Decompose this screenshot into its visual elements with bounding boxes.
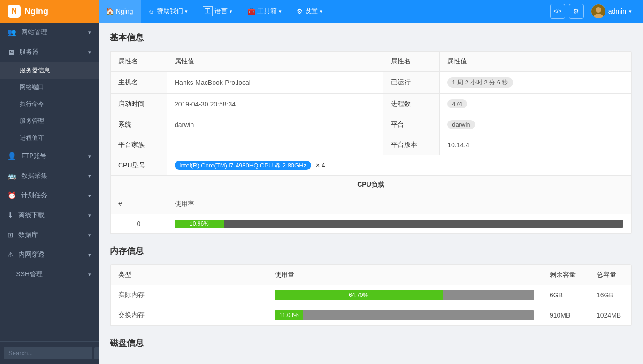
main-content: 基本信息 属性名 属性值 属性名 属性值 主机名 Hanks-MacBook-P… [99, 23, 643, 364]
settings-icon: ⚙ [297, 8, 303, 15]
cpu-core-index: 0 [111, 214, 167, 234]
value-boottime: 2019-04-30 20:58:34 [167, 94, 383, 114]
swap-progress-bar: 11.08% [275, 310, 534, 320]
code-icon: </> [553, 8, 561, 15]
value-platform-family [167, 135, 383, 155]
table-row: 平台家族 平台版本 10.14.4 [111, 135, 631, 155]
code-icon-button[interactable]: </> [550, 4, 565, 19]
mem-remaining-swap: 910MB [542, 305, 589, 326]
mem-usage-swap: 11.08% [267, 305, 542, 326]
ram-usage-text: 64.70% [349, 292, 368, 298]
chevron-down-icon: ▾ [88, 232, 91, 238]
label-system: 系统 [111, 114, 167, 135]
brand-icon: N [8, 5, 21, 18]
label-cpu-model: CPU型号 [111, 155, 167, 176]
chevron-down-icon: ▾ [88, 272, 91, 278]
cpu-usage-text: 10.96% [190, 220, 209, 227]
main-layout: 👥 网站管理 ▾ 🖥 服务器 ▾ 服务器信息 网络端口 执行命令 服务管理 进程… [0, 23, 643, 364]
sidebar-sub-item-process-daemon[interactable]: 进程值守 [0, 129, 99, 146]
value-processes: 474 [440, 94, 631, 114]
admin-button[interactable]: admin ▾ [588, 4, 635, 18]
nav-right-area: </> ⚙ admin ▾ [550, 4, 643, 19]
uptime-badge: 1 周 2 小时 2 分 6 秒 [447, 77, 513, 88]
collapse-button[interactable]: ‹ [94, 347, 99, 359]
chevron-down-icon: ▾ [230, 8, 232, 15]
sidebar-item-offline-dl[interactable]: ⬇ 离线下载 ▾ [0, 205, 99, 225]
sidebar-item-website[interactable]: 👥 网站管理 ▾ [0, 23, 99, 42]
sidebar-sub-item-service-mgr[interactable]: 服务管理 [0, 113, 99, 129]
gear-icon: ⚙ [573, 8, 579, 15]
cpu-load-title: CPU负载 [111, 176, 631, 194]
sidebar-item-scheduled[interactable]: ⏰ 计划任务 ▾ [0, 186, 99, 205]
admin-label: admin [608, 8, 626, 15]
value-system: darwin [167, 114, 383, 135]
nav-item-help[interactable]: ☺ 赞助我们 ▾ [141, 0, 195, 23]
memory-info-section-title: 内存信息 [110, 245, 632, 257]
chevron-down-icon: ▾ [629, 8, 632, 15]
toolbox-icon: 🧰 [247, 8, 255, 15]
sidebar-item-database[interactable]: ⊞ 数据库 ▾ [0, 225, 99, 245]
chevron-down-icon: ▾ [320, 8, 322, 15]
nav-item-tools[interactable]: 🧰 工具箱 ▾ [240, 0, 289, 23]
mem-total-ram: 16GB [589, 285, 631, 305]
sites-icon: 👥 [8, 28, 16, 37]
disk-info-section-title: 磁盘信息 [110, 337, 632, 349]
svg-point-1 [596, 7, 601, 13]
sidebar-sub-item-server-info[interactable]: 服务器信息 [0, 62, 99, 79]
chevron-down-icon: ▾ [279, 8, 282, 15]
swap-usage-text: 11.08% [279, 312, 299, 318]
cpu-model-badge: Intel(R) Core(TM) i7-4980HQ CPU @ 2.80GH… [175, 161, 311, 170]
cpu-count-label: × 4 [316, 161, 325, 169]
sidebar-item-tunnel[interactable]: ⚠ 内网穿透 ▾ [0, 245, 99, 265]
ram-progress-bar: 64.70% [275, 290, 534, 300]
top-navigation: N Nging 🏠 Nging ☺ 赞助我们 ▾ 工 语言 ▾ 🧰 工具箱 ▾ … [0, 0, 643, 23]
cpu-core-row-0: 0 10.96% [111, 214, 631, 234]
col-header-prop-name: 属性名 [111, 52, 167, 72]
platform-badge: darwin [447, 120, 475, 129]
table-row: 实际内存 64.70% 6GB 16GB [111, 285, 631, 305]
chevron-up-icon: ▾ [88, 49, 91, 55]
table-row-cpu: CPU型号 Intel(R) Core(TM) i7-4980HQ CPU @ … [111, 155, 631, 176]
label-uptime: 已运行 [383, 72, 440, 94]
help-icon: ☺ [148, 8, 155, 15]
nav-item-lang[interactable]: 工 语言 ▾ [195, 0, 240, 23]
label-platform: 平台 [383, 114, 440, 135]
sidebar-sub-item-exec-cmd[interactable]: 执行命令 [0, 96, 99, 113]
search-input[interactable] [4, 347, 92, 359]
chevron-down-icon: ▾ [88, 193, 91, 199]
task-icon: ⏰ [8, 191, 16, 200]
chevron-down-icon: ▾ [88, 252, 91, 258]
sidebar-item-ssh[interactable]: _ SSH管理 ▾ [0, 265, 99, 284]
sidebar-item-server[interactable]: 🖥 服务器 ▾ [0, 42, 99, 62]
mem-col-usage: 使用量 [267, 265, 542, 285]
sidebar-item-ftp[interactable]: 👤 FTP账号 ▾ [0, 146, 99, 166]
chevron-down-icon: ▾ [88, 212, 91, 219]
download-icon: ⬇ [8, 211, 14, 220]
col-header-prop-name2: 属性名 [383, 52, 440, 72]
mem-col-type: 类型 [111, 265, 267, 285]
label-boottime: 启动时间 [111, 94, 167, 114]
memory-table: 类型 使用量 剩余容量 总容量 实际内存 64.70% [110, 265, 631, 326]
chevron-down-icon: ▾ [185, 8, 188, 15]
home-icon: 🏠 [106, 8, 114, 15]
cpu-col-index: # [111, 194, 167, 214]
chevron-down-icon: ▾ [88, 173, 91, 179]
nav-item-nging[interactable]: 🏠 Nging [99, 0, 141, 23]
mem-total-swap: 1024MB [589, 305, 631, 326]
basic-info-card: 属性名 属性值 属性名 属性值 主机名 Hanks-MacBook-Pro.lo… [110, 51, 632, 234]
sidebar-item-data-collect[interactable]: 🚌 数据采集 ▾ [0, 166, 99, 186]
sidebar: 👥 网站管理 ▾ 🖥 服务器 ▾ 服务器信息 网络端口 执行命令 服务管理 进程… [0, 23, 99, 364]
table-row: 主机名 Hanks-MacBook-Pro.local 已运行 1 周 2 小时… [111, 72, 631, 94]
ssh-icon: _ [8, 271, 11, 279]
brand-logo-area: N Nging [0, 0, 99, 23]
sidebar-sub-item-network-port[interactable]: 网络端口 [0, 79, 99, 96]
gear-icon-button[interactable]: ⚙ [569, 4, 584, 19]
brand-title: Nging [24, 7, 48, 16]
ftp-icon: 👤 [8, 152, 16, 160]
cpu-load-header-row: CPU负载 [111, 176, 631, 194]
value-cpu-model: Intel(R) Core(TM) i7-4980HQ CPU @ 2.80GH… [167, 155, 631, 176]
chevron-down-icon: ▾ [88, 30, 91, 36]
nav-item-settings[interactable]: ⚙ 设置 ▾ [289, 0, 330, 23]
mem-usage-ram: 64.70% [267, 285, 542, 305]
chevron-down-icon: ▾ [88, 153, 91, 159]
